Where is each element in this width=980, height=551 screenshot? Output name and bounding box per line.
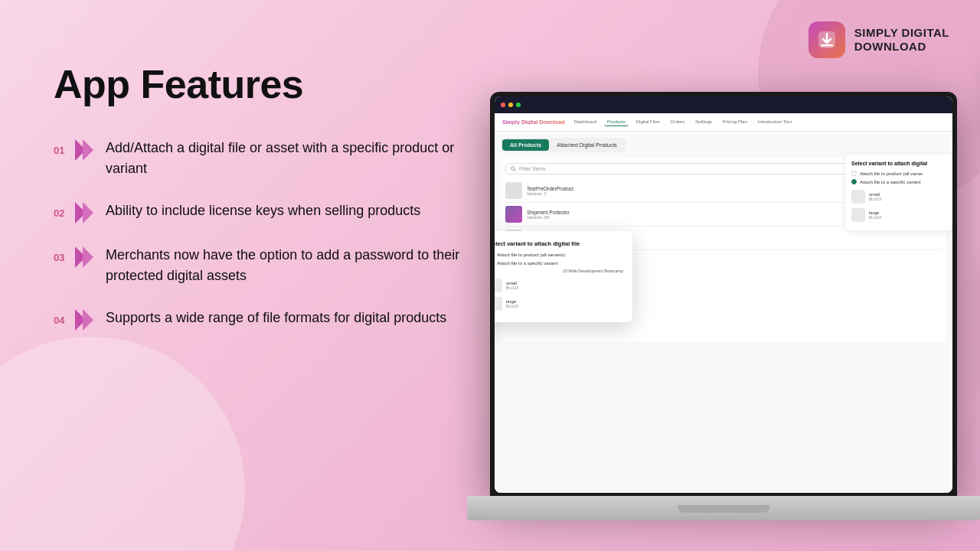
feature-number-1: 01 <box>54 145 70 156</box>
attach-radio-specific-label: Attach file to a specific variant <box>860 180 920 184</box>
attach-variant-info-1: small Bru123 <box>869 192 881 201</box>
arrow-chevron-4b <box>83 309 93 331</box>
feature-number-4: 04 <box>54 315 70 326</box>
variant-thumb-2 <box>495 297 502 311</box>
attach-variant-row-1: small Bru123 <box>851 187 946 206</box>
feature-item-4: 04 Supports a wide range of file formats… <box>54 308 482 331</box>
feature-badge-4: 04 <box>54 309 93 331</box>
feature-badge-1: 01 <box>54 139 93 161</box>
attach-radio-all-icon <box>851 171 857 176</box>
laptop-wrap: Simply Digital Download Dashboard Produc… <box>467 92 980 536</box>
attach-variant-sub-1: Bru123 <box>869 197 881 201</box>
feature-text-3: Merchants now have the option to add a p… <box>106 245 482 286</box>
feature-item-3: 03 Merchants now have the option to add … <box>54 245 482 286</box>
arrow-chevron-2b <box>83 202 93 223</box>
attach-radio-specific-icon <box>851 179 857 184</box>
attach-radio-all-label: Attach file to product (all varian <box>860 171 923 176</box>
laptop-screen: Simply Digital Download Dashboard Produc… <box>490 92 957 497</box>
nav-products[interactable]: Products <box>604 118 629 126</box>
feature-badge-2: 02 <box>54 202 93 223</box>
app-ui: Simply Digital Download Dashboard Produc… <box>495 96 952 493</box>
radio-option-specific[interactable]: Attach file to a specific variant <box>495 260 623 266</box>
tab-attached-products[interactable]: Attached Digital Products <box>549 139 625 151</box>
laptop-base <box>467 496 980 520</box>
attach-panel: Select variant to attach digital Attach … <box>845 155 952 230</box>
ship-thumb <box>505 206 522 223</box>
dot-green <box>516 103 521 107</box>
variant-thumb-1 <box>495 279 502 292</box>
arrow-chevron-3b <box>83 246 93 268</box>
arrow-1 <box>74 139 93 161</box>
attach-radio-specific[interactable]: Attach file to a specific variant <box>851 179 946 184</box>
radio-all-label: Attach file to product (all variants) <box>497 253 565 257</box>
logo-area: SIMPLY DIGITAL DOWNLOAD <box>808 21 949 58</box>
feature-item-2: 02 Ability to include license keys when … <box>54 201 482 223</box>
feature-item-1: 01 Add/Attach a digital file or asset wi… <box>54 138 482 179</box>
product-thumb-1 <box>505 182 522 199</box>
feature-number-2: 02 <box>54 207 70 219</box>
variant-row-1: small Bru123 <box>495 276 623 295</box>
left-content: App Features 01 Add/Attach a digital fil… <box>54 61 482 331</box>
arrow-2 <box>74 202 93 223</box>
svg-rect-1 <box>821 44 833 47</box>
feature-text-2: Ability to include license keys when sel… <box>106 201 420 221</box>
dot-red <box>501 103 505 107</box>
attach-variant-thumb-2 <box>851 208 865 222</box>
feature-badge-3: 03 <box>54 246 93 268</box>
tab-all-products[interactable]: All Products <box>502 139 549 151</box>
course-tag: 23 Web Development Bootcamp <box>495 269 623 273</box>
feature-text-4: Supports a wide range of file formats fo… <box>106 308 446 328</box>
laptop-base-center <box>678 505 769 513</box>
svg-point-2 <box>511 167 514 170</box>
radio-option-all[interactable]: Attach file to product (all variants) <box>495 252 623 257</box>
attach-variant-row-2: large Bru124 <box>851 206 946 224</box>
feature-number-3: 03 <box>54 252 70 263</box>
nav-orders[interactable]: Orders <box>668 118 688 126</box>
select-variant-title: Select variant to attach digital file <box>495 240 623 247</box>
variant-sub-1: Bru123 <box>506 285 518 290</box>
logo-text: SIMPLY DIGITAL DOWNLOAD <box>854 26 949 54</box>
arrow-chevron-1b <box>83 139 93 161</box>
svg-line-3 <box>514 170 516 171</box>
page-title: App Features <box>54 61 482 107</box>
nav-dashboard[interactable]: Dashboard <box>571 118 599 126</box>
dot-yellow <box>508 103 513 107</box>
attach-variant-thumb-1 <box>851 190 865 204</box>
attach-panel-title: Select variant to attach digital <box>851 161 946 166</box>
laptop-screen-inner: Simply Digital Download Dashboard Produc… <box>495 96 952 493</box>
search-placeholder: Filter Items <box>519 166 546 171</box>
nav-pricing[interactable]: Pricing Plan <box>720 118 750 126</box>
bg-circle-bottom <box>0 337 245 551</box>
app-logo-small: Simply Digital Download <box>502 119 565 125</box>
feature-text-1: Add/Attach a digital file or asset with … <box>106 138 482 179</box>
features-list: 01 Add/Attach a digital file or asset wi… <box>54 138 482 331</box>
variant-row-2: large Bru124 <box>495 295 623 313</box>
radio-specific-label: Attach file to a specific variant <box>497 261 557 266</box>
variant-info-1: small Bru123 <box>506 281 518 290</box>
arrow-3 <box>74 246 93 268</box>
app-topbar <box>495 96 952 113</box>
nav-settings[interactable]: Settings <box>692 118 715 126</box>
nav-items: Dashboard Products Digital Files Orders … <box>571 118 795 126</box>
attach-radio-all[interactable]: Attach file to product (all varian <box>851 171 946 176</box>
nav-digital-files[interactable]: Digital Files <box>633 118 663 126</box>
attach-variant-info-2: large Bru124 <box>869 210 881 220</box>
right-content: Simply Digital Download Dashboard Produc… <box>429 61 980 536</box>
app-content: All Products Attached Digital Products F… <box>495 132 952 493</box>
logo-icon <box>808 21 845 58</box>
attach-variant-sub-2: Bru124 <box>869 215 881 220</box>
arrow-4 <box>74 309 93 331</box>
variant-info-2: large Bru124 <box>506 299 518 308</box>
tab-bar: All Products Attached Digital Products <box>501 138 626 152</box>
variant-sub-2: Bru124 <box>506 304 518 308</box>
select-variant-card: Select variant to attach digital file At… <box>495 231 632 322</box>
app-nav: Simply Digital Download Dashboard Produc… <box>495 113 952 132</box>
nav-intro[interactable]: Introduction Tour <box>755 118 795 126</box>
